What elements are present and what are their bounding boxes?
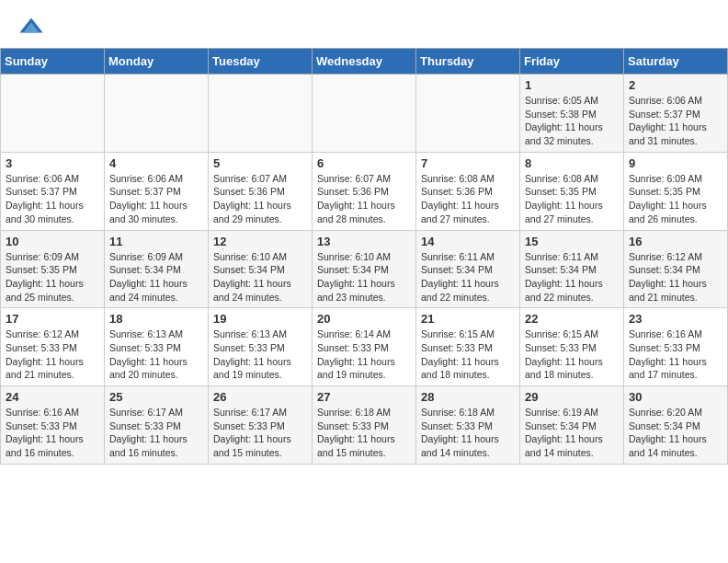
day-number: 6 (317, 156, 411, 170)
day-number: 9 (629, 156, 722, 170)
calendar-cell: 18Sunrise: 6:13 AM Sunset: 5:33 PM Dayli… (105, 308, 209, 386)
weekday-header-friday: Friday (520, 49, 624, 75)
cell-info: Sunrise: 6:09 AM Sunset: 5:34 PM Dayligh… (109, 250, 203, 304)
calendar-cell: 13Sunrise: 6:10 AM Sunset: 5:34 PM Dayli… (313, 230, 416, 308)
cell-info: Sunrise: 6:06 AM Sunset: 5:37 PM Dayligh… (629, 94, 722, 148)
calendar-cell: 28Sunrise: 6:18 AM Sunset: 5:33 PM Dayli… (416, 386, 520, 465)
cell-info: Sunrise: 6:16 AM Sunset: 5:33 PM Dayligh… (629, 327, 722, 382)
page-header (0, 0, 728, 48)
calendar-cell: 16Sunrise: 6:12 AM Sunset: 5:34 PM Dayli… (624, 230, 728, 308)
cell-info: Sunrise: 6:12 AM Sunset: 5:34 PM Dayligh… (629, 250, 722, 304)
day-number: 8 (525, 156, 619, 170)
cell-info: Sunrise: 6:08 AM Sunset: 5:36 PM Dayligh… (421, 172, 515, 226)
day-number: 1 (525, 78, 619, 92)
day-number: 13 (317, 235, 411, 248)
day-number: 2 (629, 78, 722, 92)
calendar-cell (416, 75, 520, 153)
day-number: 11 (109, 235, 203, 248)
day-number: 17 (6, 312, 99, 326)
cell-info: Sunrise: 6:06 AM Sunset: 5:37 PM Dayligh… (6, 172, 99, 226)
day-number: 12 (213, 235, 307, 248)
calendar-cell (105, 75, 209, 153)
day-number: 28 (421, 390, 515, 404)
week-row-3: 10Sunrise: 6:09 AM Sunset: 5:35 PM Dayli… (1, 230, 728, 308)
cell-info: Sunrise: 6:11 AM Sunset: 5:34 PM Dayligh… (525, 250, 619, 304)
cell-info: Sunrise: 6:15 AM Sunset: 5:33 PM Dayligh… (525, 327, 619, 382)
calendar-cell: 22Sunrise: 6:15 AM Sunset: 5:33 PM Dayli… (520, 308, 624, 386)
calendar-cell: 8Sunrise: 6:08 AM Sunset: 5:35 PM Daylig… (520, 152, 624, 230)
week-row-4: 17Sunrise: 6:12 AM Sunset: 5:33 PM Dayli… (1, 308, 728, 386)
calendar-cell: 6Sunrise: 6:07 AM Sunset: 5:36 PM Daylig… (313, 152, 416, 230)
weekday-header-saturday: Saturday (624, 49, 728, 75)
day-number: 27 (317, 390, 411, 404)
cell-info: Sunrise: 6:16 AM Sunset: 5:33 PM Dayligh… (6, 406, 99, 460)
cell-info: Sunrise: 6:18 AM Sunset: 5:33 PM Dayligh… (317, 406, 411, 460)
calendar-cell: 15Sunrise: 6:11 AM Sunset: 5:34 PM Dayli… (520, 230, 624, 308)
cell-info: Sunrise: 6:15 AM Sunset: 5:33 PM Dayligh… (421, 327, 515, 382)
cell-info: Sunrise: 6:12 AM Sunset: 5:33 PM Dayligh… (6, 327, 99, 382)
weekday-header-wednesday: Wednesday (313, 49, 416, 75)
calendar-cell: 20Sunrise: 6:14 AM Sunset: 5:33 PM Dayli… (313, 308, 416, 386)
cell-info: Sunrise: 6:18 AM Sunset: 5:33 PM Dayligh… (421, 406, 515, 460)
day-number: 23 (629, 312, 722, 326)
weekday-header-monday: Monday (105, 49, 209, 75)
day-number: 20 (317, 312, 411, 326)
day-number: 29 (525, 390, 619, 404)
day-number: 26 (213, 390, 307, 404)
calendar-cell: 24Sunrise: 6:16 AM Sunset: 5:33 PM Dayli… (1, 386, 105, 465)
cell-info: Sunrise: 6:07 AM Sunset: 5:36 PM Dayligh… (317, 172, 411, 226)
calendar-cell: 10Sunrise: 6:09 AM Sunset: 5:35 PM Dayli… (1, 230, 105, 308)
cell-info: Sunrise: 6:05 AM Sunset: 5:38 PM Dayligh… (525, 94, 619, 148)
day-number: 22 (525, 312, 619, 326)
day-number: 16 (629, 235, 722, 248)
day-number: 24 (6, 390, 99, 404)
calendar-cell: 4Sunrise: 6:06 AM Sunset: 5:37 PM Daylig… (105, 152, 209, 230)
calendar-cell: 12Sunrise: 6:10 AM Sunset: 5:34 PM Dayli… (209, 230, 313, 308)
calendar-cell: 23Sunrise: 6:16 AM Sunset: 5:33 PM Dayli… (624, 308, 728, 386)
cell-info: Sunrise: 6:08 AM Sunset: 5:35 PM Dayligh… (525, 172, 619, 226)
weekday-header-thursday: Thursday (416, 49, 520, 75)
calendar-cell: 5Sunrise: 6:07 AM Sunset: 5:36 PM Daylig… (209, 152, 313, 230)
calendar-cell: 9Sunrise: 6:09 AM Sunset: 5:35 PM Daylig… (624, 152, 728, 230)
weekday-header-tuesday: Tuesday (209, 49, 313, 75)
cell-info: Sunrise: 6:09 AM Sunset: 5:35 PM Dayligh… (629, 172, 722, 226)
calendar-cell: 19Sunrise: 6:13 AM Sunset: 5:33 PM Dayli… (209, 308, 313, 386)
cell-info: Sunrise: 6:10 AM Sunset: 5:34 PM Dayligh… (213, 250, 307, 304)
day-number: 25 (109, 390, 203, 404)
week-row-2: 3Sunrise: 6:06 AM Sunset: 5:37 PM Daylig… (1, 152, 728, 230)
day-number: 19 (213, 312, 307, 326)
day-number: 21 (421, 312, 515, 326)
calendar-cell: 3Sunrise: 6:06 AM Sunset: 5:37 PM Daylig… (1, 152, 105, 230)
day-number: 15 (525, 235, 619, 248)
day-number: 3 (6, 156, 99, 170)
calendar-cell: 27Sunrise: 6:18 AM Sunset: 5:33 PM Dayli… (313, 386, 416, 465)
calendar-cell: 21Sunrise: 6:15 AM Sunset: 5:33 PM Dayli… (416, 308, 520, 386)
cell-info: Sunrise: 6:14 AM Sunset: 5:33 PM Dayligh… (317, 327, 411, 382)
cell-info: Sunrise: 6:13 AM Sunset: 5:33 PM Dayligh… (213, 327, 307, 382)
cell-info: Sunrise: 6:11 AM Sunset: 5:34 PM Dayligh… (421, 250, 515, 304)
day-number: 18 (109, 312, 203, 326)
cell-info: Sunrise: 6:10 AM Sunset: 5:34 PM Dayligh… (317, 250, 411, 304)
calendar-cell (209, 75, 313, 153)
cell-info: Sunrise: 6:17 AM Sunset: 5:33 PM Dayligh… (213, 406, 307, 460)
calendar-cell (313, 75, 416, 153)
cell-info: Sunrise: 6:17 AM Sunset: 5:33 PM Dayligh… (109, 406, 203, 460)
calendar-table: SundayMondayTuesdayWednesdayThursdayFrid… (0, 48, 728, 465)
calendar-cell: 1Sunrise: 6:05 AM Sunset: 5:38 PM Daylig… (520, 75, 624, 153)
weekday-header-sunday: Sunday (1, 49, 105, 75)
day-number: 14 (421, 235, 515, 248)
calendar-cell: 25Sunrise: 6:17 AM Sunset: 5:33 PM Dayli… (105, 386, 209, 465)
calendar-cell: 14Sunrise: 6:11 AM Sunset: 5:34 PM Dayli… (416, 230, 520, 308)
day-number: 5 (213, 156, 307, 170)
day-number: 10 (6, 235, 99, 248)
cell-info: Sunrise: 6:07 AM Sunset: 5:36 PM Dayligh… (213, 172, 307, 226)
calendar-cell: 7Sunrise: 6:08 AM Sunset: 5:36 PM Daylig… (416, 152, 520, 230)
calendar-cell (1, 75, 105, 153)
calendar-cell: 30Sunrise: 6:20 AM Sunset: 5:34 PM Dayli… (624, 386, 728, 465)
cell-info: Sunrise: 6:19 AM Sunset: 5:34 PM Dayligh… (525, 406, 619, 460)
day-number: 4 (109, 156, 203, 170)
day-number: 7 (421, 156, 515, 170)
cell-info: Sunrise: 6:20 AM Sunset: 5:34 PM Dayligh… (629, 406, 722, 460)
weekday-header-row: SundayMondayTuesdayWednesdayThursdayFrid… (1, 49, 728, 75)
cell-info: Sunrise: 6:09 AM Sunset: 5:35 PM Dayligh… (6, 250, 99, 304)
